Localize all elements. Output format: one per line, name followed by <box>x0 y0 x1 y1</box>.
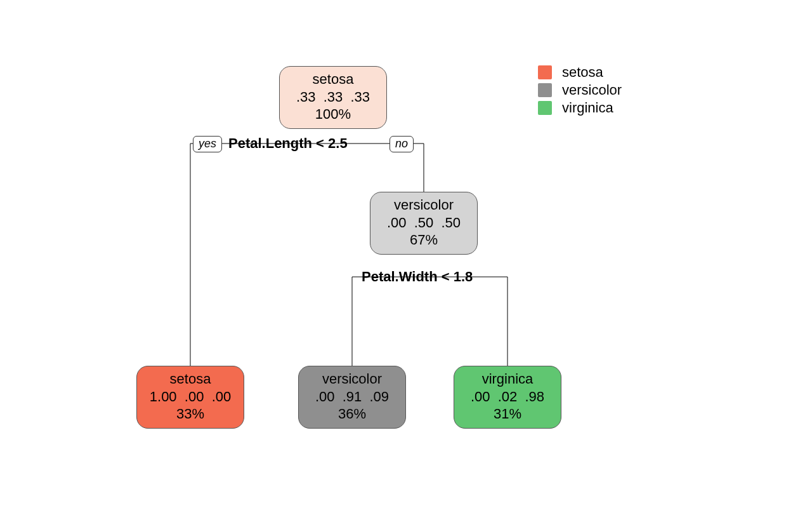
node-probabilities: .00 .02 .98 <box>461 388 554 406</box>
legend-label: versicolor <box>562 82 622 98</box>
legend-item-virginica: virginica <box>538 99 622 117</box>
node-class-label: setosa <box>143 370 237 388</box>
legend: setosa versicolor virginica <box>538 64 622 117</box>
node-percent: 33% <box>143 405 237 423</box>
legend-label: virginica <box>562 100 613 116</box>
node-percent: 67% <box>377 231 471 249</box>
decision-tree-diagram: setosa .33 .33 .33 100% yes Petal.Length… <box>0 0 812 508</box>
split-yes-label: yes <box>193 136 222 152</box>
leaf-setosa: setosa 1.00 .00 .00 33% <box>136 366 244 429</box>
node-percent: 100% <box>286 105 380 123</box>
node-percent: 36% <box>305 405 399 423</box>
node-probabilities: .00 .91 .09 <box>305 388 399 406</box>
node-versicolor-internal: versicolor .00 .50 .50 67% <box>370 192 478 255</box>
split-condition-1: Petal.Length < 2.5 <box>228 135 348 152</box>
split-condition-2: Petal.Width < 1.8 <box>362 269 473 285</box>
legend-swatch <box>538 83 552 97</box>
legend-label: setosa <box>562 64 603 81</box>
legend-item-versicolor: versicolor <box>538 81 622 99</box>
legend-item-setosa: setosa <box>538 64 622 81</box>
node-probabilities: .00 .50 .50 <box>377 214 471 232</box>
leaf-virginica: virginica .00 .02 .98 31% <box>454 366 561 429</box>
node-class-label: setosa <box>286 70 380 88</box>
leaf-versicolor: versicolor .00 .91 .09 36% <box>298 366 406 429</box>
node-class-label: virginica <box>461 370 554 388</box>
node-probabilities: 1.00 .00 .00 <box>143 388 237 406</box>
node-root: setosa .33 .33 .33 100% <box>279 66 387 129</box>
node-class-label: versicolor <box>305 370 399 388</box>
node-percent: 31% <box>461 405 554 423</box>
legend-swatch <box>538 65 552 79</box>
legend-swatch <box>538 101 552 115</box>
node-probabilities: .33 .33 .33 <box>286 88 380 106</box>
split-no-label: no <box>390 136 414 152</box>
node-class-label: versicolor <box>377 196 471 214</box>
